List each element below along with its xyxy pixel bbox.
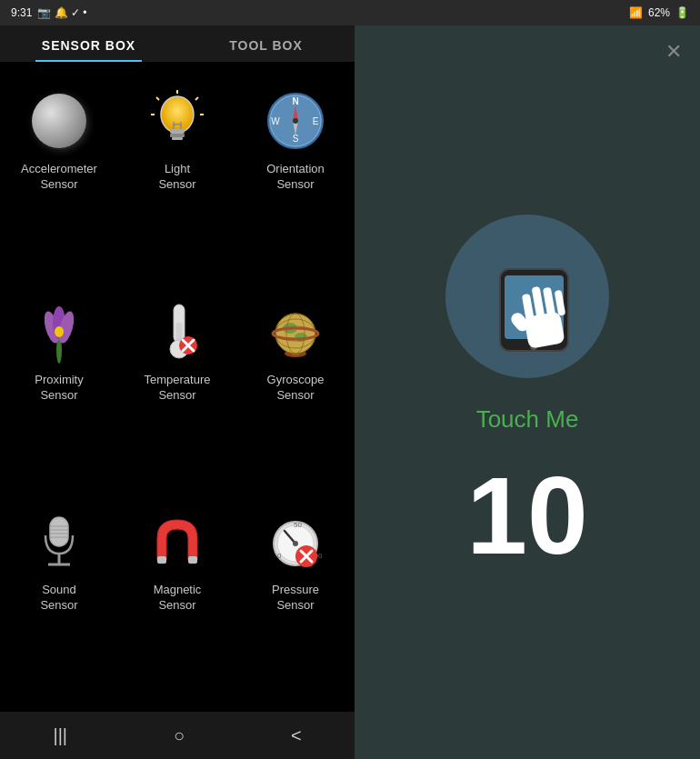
left-panel: SENSOR BOX TOOL BOX AccelerometerSensor [0,25,355,759]
close-button[interactable]: ✕ [665,40,682,64]
temperature-icon [145,300,209,364]
time: 9:31 [11,6,32,19]
gyroscope-label: GyroscopeSensor [267,373,325,404]
nav-menu-button[interactable]: ||| [35,718,85,754]
nav-back-button[interactable]: < [273,718,320,754]
sound-icon [27,510,91,574]
svg-rect-42 [50,517,68,546]
touch-me-label: Touch Me [476,405,579,434]
pressure-icon: 0 50 100 [264,510,327,574]
gyroscope-icon [264,300,327,364]
status-left: 9:31 📷 🔔 ✓ • [11,6,87,19]
battery-icon: 🔋 [675,6,689,19]
sensor-accelerometer[interactable]: AccelerometerSensor [0,71,118,282]
count-display: 10 [466,461,587,570]
tabs: SENSOR BOX TOOL BOX [0,25,355,62]
sensor-grid: AccelerometerSensor [0,62,355,712]
svg-text:E: E [313,116,319,126]
svg-line-8 [195,97,198,100]
sensor-light[interactable]: LightSensor [118,71,236,282]
proximity-label: ProximitySensor [35,373,83,404]
svg-point-24 [55,326,64,337]
magnetic-label: MagneticSensor [154,583,202,614]
tab-sensor-box[interactable]: SENSOR BOX [0,25,177,62]
sensor-orientation[interactable]: N S W E OrientationSensor [236,71,355,282]
sensor-gyroscope[interactable]: GyroscopeSensor [236,282,355,493]
svg-rect-1 [170,129,185,134]
battery: 62% [648,6,670,19]
magnetic-icon [145,510,209,574]
accelerometer-icon [27,89,91,153]
svg-point-57 [293,541,298,546]
svg-rect-2 [170,134,185,137]
sensor-magnetic[interactable]: MagneticSensor [118,492,236,703]
light-label: LightSensor [158,162,195,193]
touch-circle[interactable] [445,215,609,378]
svg-text:S: S [293,134,299,144]
status-bar: 9:31 📷 🔔 ✓ • 📶 62% 🔋 [0,0,700,25]
right-panel: ✕ [355,25,700,759]
main-container: SENSOR BOX TOOL BOX AccelerometerSensor [0,25,700,759]
proximity-icon [27,300,91,364]
svg-point-0 [161,96,194,133]
sensor-pressure[interactable]: 0 50 100 PressureSensor [236,492,355,703]
svg-line-7 [156,97,159,100]
sensor-temperature[interactable]: TemperatureSensor [118,282,236,493]
sensor-proximity[interactable]: ProximitySensor [0,282,118,493]
pressure-label: PressureSensor [272,583,319,614]
svg-text:50: 50 [294,521,302,529]
svg-rect-49 [157,556,166,564]
sound-label: SoundSensor [40,583,77,614]
status-right: 📶 62% 🔋 [629,6,689,19]
orientation-icon: N S W E [264,89,327,153]
svg-rect-50 [188,556,197,564]
orientation-label: OrientationSensor [266,162,325,193]
svg-text:0: 0 [277,552,282,560]
svg-text:N: N [292,96,298,106]
temperature-label: TemperatureSensor [145,373,211,404]
accelerometer-label: AccelerometerSensor [21,162,97,193]
svg-point-19 [293,118,298,124]
sensor-sound[interactable]: SoundSensor [0,492,118,703]
nav-home-button[interactable]: ○ [155,718,203,754]
tab-tool-box[interactable]: TOOL BOX [177,25,355,62]
svg-rect-3 [172,137,183,140]
svg-text:W: W [271,116,280,126]
nav-bar: ||| ○ < [0,712,355,759]
wifi-icon: 📶 [629,6,643,19]
status-icons: 📷 🔔 ✓ • [37,6,86,19]
light-icon [145,89,209,153]
